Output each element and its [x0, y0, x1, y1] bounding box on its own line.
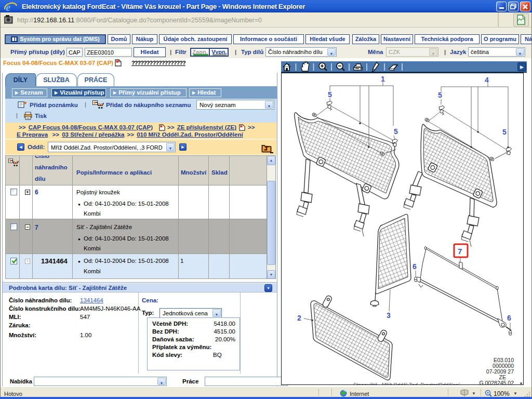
svg-text:G 0028245 02: G 0028245 02 — [479, 380, 514, 384]
svg-text:5: 5 — [438, 91, 442, 99]
svg-text:4: 4 — [485, 76, 489, 84]
svg-text:6: 6 — [413, 262, 417, 271]
svg-text:5: 5 — [328, 90, 332, 99]
svg-text:5: 5 — [394, 127, 398, 136]
svg-text:5: 5 — [502, 128, 507, 136]
svg-text:1: 1 — [381, 75, 385, 83]
svg-text:2: 2 — [297, 314, 301, 322]
svg-text:6: 6 — [507, 314, 511, 322]
svg-text:7: 7 — [458, 247, 462, 256]
svg-text:Stanoviště Mříž Odděl.Zad. P: Stanoviště Mříž Odděl.Zad. Prostor/Odděl… — [353, 382, 460, 384]
svg-text:3: 3 — [387, 311, 391, 320]
